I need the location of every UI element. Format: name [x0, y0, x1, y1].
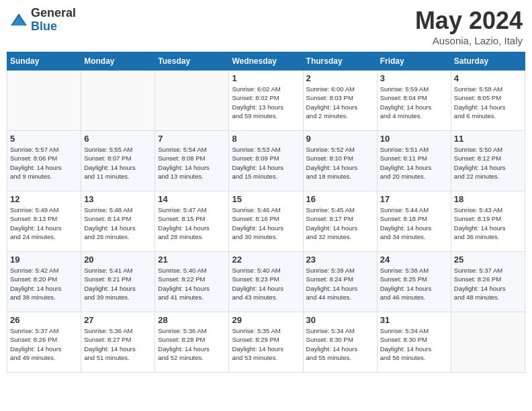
header-cell-monday: Monday [81, 52, 155, 71]
day-number: 26 [10, 315, 78, 325]
header-cell-friday: Friday [377, 52, 451, 71]
day-number: 13 [84, 194, 152, 204]
day-info: Sunrise: 5:44 AM Sunset: 8:18 PM Dayligh… [380, 205, 448, 241]
title-block: May 2024 Ausonia, Lazio, Italy [415, 7, 523, 46]
calendar-cell: 20Sunrise: 5:41 AM Sunset: 8:21 PM Dayli… [81, 252, 155, 312]
day-info: Sunrise: 5:49 AM Sunset: 8:13 PM Dayligh… [10, 205, 78, 241]
day-number: 12 [10, 194, 78, 204]
day-info: Sunrise: 5:57 AM Sunset: 8:06 PM Dayligh… [10, 145, 78, 181]
day-info: Sunrise: 5:50 AM Sunset: 8:12 PM Dayligh… [454, 145, 522, 181]
header-cell-saturday: Saturday [451, 52, 525, 71]
calendar-cell: 24Sunrise: 5:38 AM Sunset: 8:25 PM Dayli… [377, 252, 451, 312]
calendar-cell: 11Sunrise: 5:50 AM Sunset: 8:12 PM Dayli… [451, 131, 525, 191]
header-row: SundayMondayTuesdayWednesdayThursdayFrid… [7, 52, 525, 71]
day-number: 28 [158, 315, 226, 325]
day-number: 18 [454, 194, 522, 204]
calendar-table: SundayMondayTuesdayWednesdayThursdayFrid… [7, 52, 525, 373]
day-info: Sunrise: 5:38 AM Sunset: 8:25 PM Dayligh… [380, 266, 448, 302]
calendar-cell: 23Sunrise: 5:39 AM Sunset: 8:24 PM Dayli… [303, 252, 377, 312]
logo-icon [9, 11, 28, 30]
calendar-cell: 7Sunrise: 5:54 AM Sunset: 8:08 PM Daylig… [155, 131, 229, 191]
calendar-cell: 25Sunrise: 5:37 AM Sunset: 8:26 PM Dayli… [451, 252, 525, 312]
calendar-cell: 29Sunrise: 5:35 AM Sunset: 8:29 PM Dayli… [229, 312, 303, 373]
day-info: Sunrise: 5:40 AM Sunset: 8:22 PM Dayligh… [158, 266, 226, 302]
day-info: Sunrise: 5:42 AM Sunset: 8:20 PM Dayligh… [10, 266, 78, 302]
day-number: 24 [380, 255, 448, 265]
header-cell-thursday: Thursday [303, 52, 377, 71]
day-info: Sunrise: 5:34 AM Sunset: 8:30 PM Dayligh… [380, 326, 448, 362]
day-info: Sunrise: 5:52 AM Sunset: 8:10 PM Dayligh… [306, 145, 374, 181]
day-number: 29 [232, 315, 300, 325]
day-info: Sunrise: 5:46 AM Sunset: 8:16 PM Dayligh… [232, 205, 300, 241]
day-info: Sunrise: 5:35 AM Sunset: 8:29 PM Dayligh… [232, 326, 300, 362]
header-cell-sunday: Sunday [7, 52, 81, 71]
day-number: 9 [306, 134, 374, 144]
day-info: Sunrise: 5:45 AM Sunset: 8:17 PM Dayligh… [306, 205, 374, 241]
day-number: 7 [158, 134, 226, 144]
day-info: Sunrise: 5:36 AM Sunset: 8:28 PM Dayligh… [158, 326, 226, 362]
day-info: Sunrise: 5:58 AM Sunset: 8:05 PM Dayligh… [454, 85, 522, 120]
calendar-cell: 21Sunrise: 5:40 AM Sunset: 8:22 PM Dayli… [155, 252, 229, 312]
day-number: 19 [10, 255, 78, 265]
calendar-cell [155, 71, 229, 131]
calendar-cell: 13Sunrise: 5:48 AM Sunset: 8:14 PM Dayli… [81, 191, 155, 252]
calendar-cell: 19Sunrise: 5:42 AM Sunset: 8:20 PM Dayli… [7, 252, 81, 312]
calendar-cell [451, 312, 525, 373]
day-number: 4 [454, 73, 522, 83]
calendar-cell: 15Sunrise: 5:46 AM Sunset: 8:16 PM Dayli… [229, 191, 303, 252]
calendar-cell: 4Sunrise: 5:58 AM Sunset: 8:05 PM Daylig… [451, 71, 525, 131]
month-title: May 2024 [415, 7, 523, 35]
day-info: Sunrise: 5:47 AM Sunset: 8:15 PM Dayligh… [158, 205, 226, 241]
day-info: Sunrise: 5:48 AM Sunset: 8:14 PM Dayligh… [84, 205, 152, 241]
day-number: 2 [306, 73, 374, 83]
calendar-cell: 18Sunrise: 5:43 AM Sunset: 8:19 PM Dayli… [451, 191, 525, 252]
day-number: 15 [232, 194, 300, 204]
calendar-cell: 28Sunrise: 5:36 AM Sunset: 8:28 PM Dayli… [155, 312, 229, 373]
day-info: Sunrise: 5:59 AM Sunset: 8:04 PM Dayligh… [380, 85, 448, 120]
calendar-cell: 26Sunrise: 5:37 AM Sunset: 8:26 PM Dayli… [7, 312, 81, 373]
calendar-cell: 16Sunrise: 5:45 AM Sunset: 8:17 PM Dayli… [303, 191, 377, 252]
logo-general: General [31, 7, 76, 20]
day-info: Sunrise: 5:34 AM Sunset: 8:30 PM Dayligh… [306, 326, 374, 362]
day-info: Sunrise: 5:54 AM Sunset: 8:08 PM Dayligh… [158, 145, 226, 181]
day-info: Sunrise: 5:37 AM Sunset: 8:26 PM Dayligh… [454, 266, 522, 302]
day-number: 16 [306, 194, 374, 204]
week-row-5: 26Sunrise: 5:37 AM Sunset: 8:26 PM Dayli… [7, 312, 525, 373]
header-cell-wednesday: Wednesday [229, 52, 303, 71]
day-number: 27 [84, 315, 152, 325]
day-info: Sunrise: 5:43 AM Sunset: 8:19 PM Dayligh… [454, 205, 522, 241]
day-number: 5 [10, 134, 78, 144]
location: Ausonia, Lazio, Italy [415, 35, 523, 46]
day-number: 20 [84, 255, 152, 265]
header-cell-tuesday: Tuesday [155, 52, 229, 71]
logo: General Blue [9, 7, 76, 34]
page-header: General Blue May 2024 Ausonia, Lazio, It… [7, 7, 525, 46]
calendar-cell: 8Sunrise: 5:53 AM Sunset: 8:09 PM Daylig… [229, 131, 303, 191]
calendar-cell: 30Sunrise: 5:34 AM Sunset: 8:30 PM Dayli… [303, 312, 377, 373]
day-number: 21 [158, 255, 226, 265]
day-number: 10 [380, 134, 448, 144]
day-number: 3 [380, 73, 448, 83]
calendar-cell [81, 71, 155, 131]
day-number: 22 [232, 255, 300, 265]
day-number: 30 [306, 315, 374, 325]
calendar-cell: 17Sunrise: 5:44 AM Sunset: 8:18 PM Dayli… [377, 191, 451, 252]
calendar-cell: 22Sunrise: 5:40 AM Sunset: 8:23 PM Dayli… [229, 252, 303, 312]
day-info: Sunrise: 5:53 AM Sunset: 8:09 PM Dayligh… [232, 145, 300, 181]
day-info: Sunrise: 6:02 AM Sunset: 8:02 PM Dayligh… [232, 85, 300, 120]
day-number: 1 [232, 73, 300, 83]
day-number: 6 [84, 134, 152, 144]
calendar-cell: 9Sunrise: 5:52 AM Sunset: 8:10 PM Daylig… [303, 131, 377, 191]
week-row-2: 5Sunrise: 5:57 AM Sunset: 8:06 PM Daylig… [7, 131, 525, 191]
day-info: Sunrise: 5:40 AM Sunset: 8:23 PM Dayligh… [232, 266, 300, 302]
day-number: 11 [454, 134, 522, 144]
day-number: 14 [158, 194, 226, 204]
week-row-3: 12Sunrise: 5:49 AM Sunset: 8:13 PM Dayli… [7, 191, 525, 252]
calendar-cell: 27Sunrise: 5:36 AM Sunset: 8:27 PM Dayli… [81, 312, 155, 373]
calendar-cell: 2Sunrise: 6:00 AM Sunset: 8:03 PM Daylig… [303, 71, 377, 131]
calendar-cell: 14Sunrise: 5:47 AM Sunset: 8:15 PM Dayli… [155, 191, 229, 252]
calendar-cell: 3Sunrise: 5:59 AM Sunset: 8:04 PM Daylig… [377, 71, 451, 131]
day-info: Sunrise: 5:39 AM Sunset: 8:24 PM Dayligh… [306, 266, 374, 302]
day-info: Sunrise: 5:55 AM Sunset: 8:07 PM Dayligh… [84, 145, 152, 181]
day-number: 31 [380, 315, 448, 325]
